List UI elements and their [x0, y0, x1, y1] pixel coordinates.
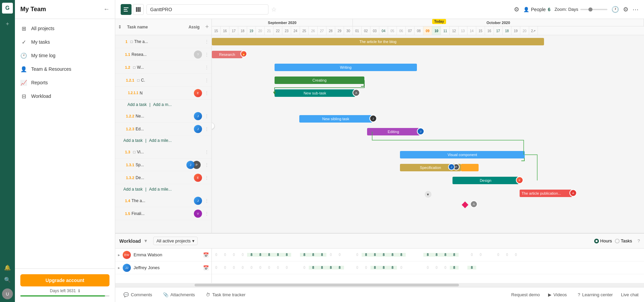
sidebar-item-label: My time log	[31, 53, 56, 58]
calendar-icon[interactable]: 📅	[203, 265, 209, 271]
settings-icon[interactable]: ⚙	[623, 6, 628, 13]
add-task-link[interactable]: Add a task	[127, 102, 147, 107]
board-view-button[interactable]	[133, 4, 144, 15]
workload-cell: 8	[370, 266, 379, 269]
person-avatar: JJ	[123, 264, 131, 272]
gantt-bar[interactable]: New sub-task A	[275, 89, 355, 97]
workload-expand-icon[interactable]: ▼	[144, 238, 148, 243]
row-more-icon[interactable]: ⋮	[203, 51, 210, 58]
row-more-icon[interactable]: ⋮	[203, 113, 210, 120]
history-icon[interactable]: 🕐	[611, 6, 619, 13]
workload-cell: 0	[229, 266, 238, 269]
expand-icon[interactable]: □	[132, 65, 137, 70]
workload-cell: 0	[274, 266, 282, 269]
add-milestone-link[interactable]: Add a m...	[153, 102, 172, 107]
favorite-icon[interactable]: ☆	[271, 6, 277, 13]
scroll-down-indicator[interactable]: ▼	[425, 191, 431, 198]
row-more-icon[interactable]: ⋮	[203, 64, 210, 71]
row-more-icon[interactable]: ⋮	[203, 90, 210, 96]
gantt-bar[interactable]: Writing	[275, 64, 417, 71]
attachments-tab[interactable]: 📎 Attachments	[160, 291, 198, 299]
chevron-icon: ▾	[192, 238, 195, 243]
hours-radio[interactable]: Hours	[594, 238, 612, 243]
gantt-bar[interactable]: New sibling task J	[299, 115, 372, 123]
row-more-icon[interactable]: ⋮	[203, 174, 210, 181]
row-more-icon[interactable]: ⋮	[203, 126, 210, 132]
day-cell: 21	[265, 26, 274, 35]
upgrade-button[interactable]: Upgrade account	[20, 274, 109, 286]
day-cell: 20	[256, 26, 265, 35]
sidebar-item-workload[interactable]: ⊟ Workload	[15, 89, 115, 103]
calendar-icon[interactable]: 📅	[203, 252, 209, 258]
workload-cell: 8	[335, 266, 344, 269]
expand-icon[interactable]: ▸	[118, 265, 120, 270]
expand-icon[interactable]: □	[129, 39, 134, 44]
workload-project-dropdown[interactable]: All active projects ▾	[153, 237, 197, 245]
row-more-icon[interactable]: ⋮	[203, 77, 210, 84]
more-icon[interactable]: ⋯	[632, 6, 639, 13]
gantt-bar[interactable]: Creating	[275, 77, 364, 84]
workload-cell: 8	[309, 253, 318, 257]
row-more-icon[interactable]: ⋮	[203, 161, 210, 168]
add-task-link[interactable]: Add a task	[123, 138, 143, 143]
day-cell: 20	[520, 26, 529, 35]
add-column-button[interactable]: +	[205, 23, 209, 30]
row-more-icon[interactable]: ⋮	[203, 210, 210, 217]
row-more-icon[interactable]: ⋮	[203, 38, 210, 45]
workload-cell: 0	[238, 266, 247, 269]
workload-title: Workload	[119, 238, 141, 244]
learning-center-link[interactable]: ? Learning center	[575, 291, 616, 299]
workload-cell: 0	[441, 266, 450, 269]
gantt-bar[interactable]: Research 🔥	[212, 51, 242, 58]
expand-icon[interactable]: □	[136, 78, 141, 83]
gantt-bar[interactable]: Editing J	[367, 128, 420, 135]
sidebar-item-all-projects[interactable]: ⊞ All projects	[15, 22, 115, 35]
scrollbar-thumb[interactable]	[195, 284, 459, 286]
people-button[interactable]: 👤 People 6	[523, 7, 550, 12]
sidebar-item-reports[interactable]: 📈 Reports	[15, 76, 115, 89]
help-icon[interactable]: ?	[638, 238, 640, 243]
gantt-bar[interactable]: Design E	[452, 177, 519, 184]
gantt-bar[interactable]: The article publication... A	[520, 190, 572, 197]
zoom-thumb[interactable]	[588, 7, 592, 12]
comments-tab[interactable]: 💬 Comments	[121, 291, 155, 299]
row-more-icon[interactable]: ⋮	[203, 197, 210, 204]
tasks-radio[interactable]: Tasks	[615, 238, 632, 243]
task-time-tracker-tab[interactable]: ⏱ Task time tracker	[203, 291, 248, 299]
clock-icon: 🕐	[20, 52, 27, 59]
gantt-view-button[interactable]	[121, 4, 132, 15]
avatar: E	[194, 89, 202, 97]
add-milestone-link[interactable]: Add a mile...	[149, 138, 172, 143]
add-icon[interactable]: ＋	[1, 18, 14, 30]
gantt-scroll[interactable]: The article for the blog Research 🔥 Writ…	[212, 35, 644, 233]
live-chat-link[interactable]: Live chat	[621, 292, 639, 297]
sidebar-item-my-time-log[interactable]: 🕐 My time log	[15, 49, 115, 62]
project-name-input[interactable]	[146, 4, 268, 15]
sort-icon[interactable]: ⇕	[118, 24, 122, 29]
expand-icon[interactable]: ▸	[118, 253, 120, 257]
day-cell: 25	[300, 26, 309, 35]
workload-cell: 8	[432, 253, 441, 257]
search-icon[interactable]: 🔍	[1, 274, 14, 286]
sidebar-item-my-tasks[interactable]: ✓ My tasks	[15, 35, 115, 49]
sidebar-item-team-resources[interactable]: 👤 Team & Resources	[15, 62, 115, 76]
filter-icon[interactable]: ⚙	[514, 6, 519, 13]
app-logo[interactable]: G	[2, 3, 13, 14]
sidebar-header: My Team ←	[15, 0, 115, 19]
expand-icon[interactable]: □	[132, 149, 137, 155]
request-demo-link[interactable]: Request demo	[511, 292, 540, 297]
notifications-icon[interactable]: 🔔	[1, 261, 14, 274]
zoom-slider[interactable]	[580, 9, 607, 10]
gantt-bar[interactable]: The article for the blog	[212, 38, 544, 45]
row-more-icon[interactable]: ⋮	[203, 149, 210, 155]
day-cell: 2↗	[529, 26, 538, 35]
videos-link[interactable]: ▶ Videos	[545, 291, 570, 299]
user-avatar[interactable]: U	[2, 288, 13, 299]
add-milestone-link[interactable]: Add a mile...	[149, 187, 172, 192]
sidebar-back-button[interactable]: ←	[103, 6, 109, 13]
gantt-bar[interactable]: Visual component	[400, 151, 525, 158]
horizontal-scrollbar[interactable]	[115, 283, 644, 287]
workload-cell: 0	[353, 253, 362, 257]
gantt-bar[interactable]: Specification J P	[400, 164, 461, 171]
add-task-link[interactable]: Add a task	[123, 187, 143, 192]
